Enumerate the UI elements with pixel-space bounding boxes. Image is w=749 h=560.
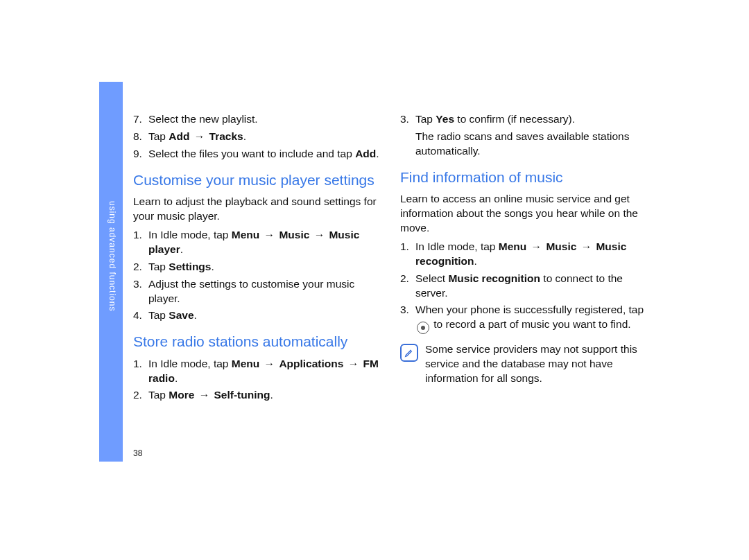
steps-list: 1.In Idle mode, tap Menu → Music → Music…: [400, 240, 646, 335]
list-body: Tap Save.: [148, 308, 379, 323]
content: 7.Select the new playlist. 8.Tap Add → T…: [133, 112, 646, 405]
list-number: 9.: [133, 147, 148, 161]
list-item: 8.Tap Add → Tracks.: [133, 130, 379, 144]
note-text: Some service providers may not support t…: [425, 342, 646, 386]
list-number: 4.: [133, 308, 148, 323]
sidebar-label: using advanced functions: [107, 201, 117, 311]
list-body: When your phone is successfully register…: [415, 303, 646, 334]
continued-list: 7.Select the new playlist. 8.Tap Add → T…: [133, 112, 379, 161]
list-number: 3.: [133, 277, 148, 306]
list-number: 2.: [133, 260, 148, 274]
list-body: Select Music recognition to connect to t…: [415, 272, 646, 301]
list-body: Select the files you want to include and…: [148, 147, 379, 161]
note-icon: [400, 344, 418, 362]
list-item: 2.Tap More → Self-tuning.: [133, 388, 379, 403]
list-item: 1.In Idle mode, tap Menu → Music → Music…: [133, 228, 379, 257]
section-intro: Learn to adjust the playback and sound s…: [133, 195, 379, 224]
continued-list: 3.Tap Yes to confirm (if necessary).: [400, 112, 646, 127]
page-number: 38: [133, 448, 142, 458]
list-body: Tap Settings.: [148, 260, 379, 274]
list-item: 1.In Idle mode, tap Menu → Music → Music…: [400, 240, 646, 269]
list-number: 1.: [400, 240, 415, 269]
list-body: In Idle mode, tap Menu → Applications → …: [148, 357, 379, 386]
list-number: 7.: [133, 112, 148, 127]
section-intro: Learn to access an online music service …: [400, 192, 646, 236]
section-title-store-radio: Store radio stations automatically: [133, 333, 379, 351]
manual-page: using advanced functions 7.Select the ne…: [0, 0, 749, 560]
list-item: 1.In Idle mode, tap Menu → Applications …: [133, 357, 379, 386]
list-number: 2.: [133, 388, 148, 403]
steps-list: 1.In Idle mode, tap Menu → Music → Music…: [133, 228, 379, 324]
column-right: 3.Tap Yes to confirm (if necessary). The…: [400, 112, 646, 405]
list-item: 9.Select the files you want to include a…: [133, 147, 379, 161]
list-item: 2.Tap Settings.: [133, 260, 379, 274]
list-item: 4.Tap Save.: [133, 308, 379, 323]
list-number: 1.: [133, 357, 148, 386]
list-item: 7.Select the new playlist.: [133, 112, 379, 127]
list-body: Adjust the settings to customise your mu…: [148, 277, 379, 306]
follow-text: The radio scans and saves available stat…: [415, 130, 646, 159]
list-item: 3.When your phone is successfully regist…: [400, 303, 646, 334]
section-title-customise: Customise your music player settings: [133, 171, 379, 189]
column-left: 7.Select the new playlist. 8.Tap Add → T…: [133, 112, 379, 405]
list-number: 2.: [400, 272, 415, 301]
list-body: In Idle mode, tap Menu → Music → Music r…: [415, 240, 646, 269]
list-body: Tap Yes to confirm (if necessary).: [415, 112, 646, 127]
list-number: 8.: [133, 130, 148, 144]
list-body: In Idle mode, tap Menu → Music → Music p…: [148, 228, 379, 257]
list-item: 3.Adjust the settings to customise your …: [133, 277, 379, 306]
list-body: Select the new playlist.: [148, 112, 379, 127]
section-title-find-info: Find information of music: [400, 168, 646, 186]
list-number: 1.: [133, 228, 148, 257]
note: Some service providers may not support t…: [400, 342, 646, 386]
list-item: 2.Select Music recognition to connect to…: [400, 272, 646, 301]
list-body: Tap More → Self-tuning.: [148, 388, 379, 403]
pencil-note-icon: [404, 347, 415, 358]
list-number: 3.: [400, 303, 415, 334]
list-item: 3.Tap Yes to confirm (if necessary).: [400, 112, 646, 127]
record-icon: [417, 322, 429, 334]
list-number: 3.: [400, 112, 415, 127]
list-body: Tap Add → Tracks.: [148, 130, 379, 144]
steps-list: 1.In Idle mode, tap Menu → Applications …: [133, 357, 379, 403]
